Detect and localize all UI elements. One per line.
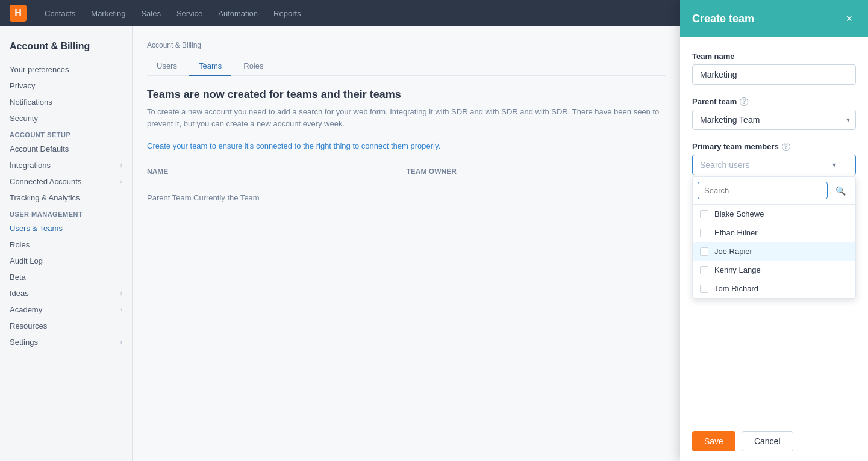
modal-body: Team name Parent team ? Marketing Team S… xyxy=(680,37,868,421)
user-checkbox-blake[interactable] xyxy=(700,210,708,218)
primary-members-group: Primary team members ? Search users ▾ 🔍 xyxy=(692,142,856,175)
sidebar-item-connected-accounts[interactable]: Connected Accounts › xyxy=(0,173,132,190)
main-content: Account & Billing Users Teams Roles Team… xyxy=(133,26,680,461)
sidebar-item-academy[interactable]: Academy › xyxy=(0,302,132,318)
primary-members-label: Primary team members ? xyxy=(692,142,856,151)
nav-item-reports[interactable]: Reports xyxy=(267,7,307,20)
col-header-owner: TEAM OWNER xyxy=(407,167,666,176)
user-checkbox-tom[interactable] xyxy=(700,285,708,293)
nav-item-sales[interactable]: Sales xyxy=(135,7,167,20)
user-name-blake: Blake Schewe xyxy=(714,209,764,218)
sidebar-item-account-defaults[interactable]: Account Defaults xyxy=(0,141,132,157)
modal-title: Create team xyxy=(692,13,754,25)
sidebar-item-ideas[interactable]: Ideas › xyxy=(0,285,132,302)
parent-team-select[interactable]: Marketing Team Sales Team Support Team xyxy=(692,110,856,130)
modal-header: Create team × xyxy=(680,0,868,37)
sidebar: Account & Billing Your preferences Priva… xyxy=(0,26,133,461)
users-search-wrapper: 🔍 xyxy=(698,182,851,199)
user-name-kenny: Kenny Lange xyxy=(714,265,761,274)
primary-members-help-icon[interactable]: ? xyxy=(782,143,790,151)
tab-roles[interactable]: Roles xyxy=(234,57,273,76)
sidebar-item-settings[interactable]: Settings › xyxy=(0,334,132,350)
parent-team-select-wrapper: Marketing Team Sales Team Support Team ▾ xyxy=(692,110,856,130)
user-list-item-ethan[interactable]: Ethan Hilner xyxy=(693,223,855,242)
nav-item-automation[interactable]: Automation xyxy=(212,7,264,20)
user-list-item-kenny[interactable]: Kenny Lange xyxy=(693,261,855,279)
user-checkbox-ethan[interactable] xyxy=(700,229,708,237)
nav-logo: H xyxy=(10,5,27,22)
parent-team-label: Parent team ? xyxy=(692,97,856,106)
search-users-placeholder: Search users xyxy=(700,160,749,170)
user-list-item-tom[interactable]: Tom Richard xyxy=(693,279,855,298)
nav-item-contacts[interactable]: Contacts xyxy=(39,7,81,20)
team-name-group: Team name xyxy=(692,52,856,85)
sidebar-item-users-teams[interactable]: Users & Teams xyxy=(0,220,132,237)
users-dropdown: 🔍 Blake Schewe Ethan Hilner Joe xyxy=(692,176,856,299)
sidebar-section-account: Account Setup xyxy=(0,126,132,141)
users-search-input[interactable] xyxy=(698,182,828,199)
parent-team-group: Parent team ? Marketing Team Sales Team … xyxy=(692,97,856,130)
search-users-container: Search users ▾ 🔍 Blake Schewe xyxy=(692,155,856,175)
chevron-right-icon: › xyxy=(120,178,122,185)
sidebar-item-preferences[interactable]: Your preferences xyxy=(0,61,132,78)
user-name-joe: Joe Rapier xyxy=(714,247,752,256)
users-search-box: 🔍 xyxy=(693,177,855,205)
table-cell-owner: Currently the Team xyxy=(193,193,260,202)
sidebar-item-notifications[interactable]: Notifications xyxy=(0,94,132,110)
sidebar-item-privacy[interactable]: Privacy xyxy=(0,78,132,94)
user-name-ethan: Ethan Hilner xyxy=(714,228,758,237)
sidebar-item-roles[interactable]: Roles xyxy=(0,237,132,253)
modal-footer: Save Cancel xyxy=(680,421,868,461)
close-button[interactable]: × xyxy=(842,12,856,25)
sidebar-item-security[interactable]: Security xyxy=(0,110,132,126)
tab-teams[interactable]: Teams xyxy=(189,57,231,76)
nav-item-service[interactable]: Service xyxy=(170,7,208,20)
sidebar-item-audit-log[interactable]: Audit Log xyxy=(0,253,132,269)
sidebar-section-user-mgmt: User Management xyxy=(0,206,132,220)
tab-users[interactable]: Users xyxy=(147,57,187,76)
chevron-right-icon: › xyxy=(120,306,122,313)
content-heading: Teams are now created for teams and thei… xyxy=(147,88,666,101)
user-list-item-joe[interactable]: Joe Rapier xyxy=(693,242,855,261)
content-description: To create a new account you need to add … xyxy=(147,106,666,129)
col-header-name: NAME xyxy=(147,167,407,176)
create-team-modal: Create team × Team name Parent team ? Ma… xyxy=(680,0,868,461)
sidebar-item-tracking[interactable]: Tracking & Analytics xyxy=(0,190,132,206)
team-name-input[interactable] xyxy=(692,64,856,85)
parent-team-help-icon[interactable]: ? xyxy=(740,97,748,106)
content-tabs: Users Teams Roles xyxy=(147,57,666,76)
chevron-right-icon: › xyxy=(120,339,122,345)
search-users-trigger[interactable]: Search users ▾ xyxy=(692,155,856,175)
sidebar-item-integrations[interactable]: Integrations › xyxy=(0,157,132,173)
table-area: NAME TEAM OWNER Parent Team Currently th… xyxy=(147,162,666,214)
sidebar-item-resources[interactable]: Resources xyxy=(0,318,132,334)
sidebar-title: Account & Billing xyxy=(0,36,132,61)
sidebar-item-beta[interactable]: Beta xyxy=(0,269,132,285)
user-checkbox-joe[interactable] xyxy=(700,247,708,256)
user-list-item-blake[interactable]: Blake Schewe xyxy=(693,205,855,223)
nav-item-marketing[interactable]: Marketing xyxy=(85,7,131,20)
content-link[interactable]: Create your team to ensure it's connecte… xyxy=(147,141,666,150)
chevron-right-icon: › xyxy=(120,290,122,297)
nav-items: Contacts Marketing Sales Service Automat… xyxy=(39,7,307,20)
save-button[interactable]: Save xyxy=(692,431,735,451)
table-row: Parent Team Currently the Team xyxy=(147,181,666,214)
chevron-right-icon: › xyxy=(120,162,122,169)
table-cell-name: Parent Team xyxy=(147,193,191,202)
cancel-button[interactable]: Cancel xyxy=(742,431,793,451)
table-header: NAME TEAM OWNER xyxy=(147,162,666,181)
team-name-label: Team name xyxy=(692,52,856,61)
user-name-tom: Tom Richard xyxy=(714,284,758,293)
search-icon: 🔍 xyxy=(835,186,846,196)
breadcrumb: Account & Billing xyxy=(147,41,666,49)
user-checkbox-kenny[interactable] xyxy=(700,266,708,274)
chevron-down-icon: ▾ xyxy=(832,161,836,169)
